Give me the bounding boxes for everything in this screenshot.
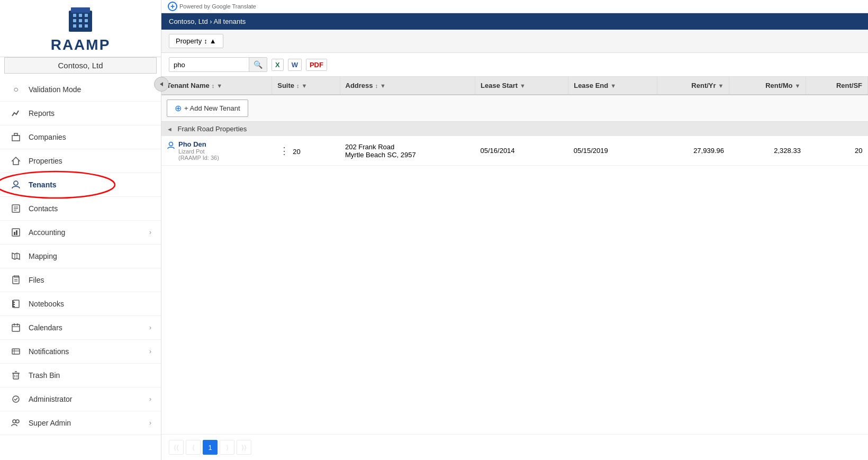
export-word-button[interactable]: W: [288, 59, 302, 71]
sidebar-item-trash-bin[interactable]: Trash Bin: [0, 364, 161, 387]
files-icon: [10, 274, 22, 286]
chevron-right-icon: ›: [149, 229, 151, 236]
address-line2: Myrtle Beach SC, 2957: [345, 151, 469, 159]
svg-point-14: [14, 181, 18, 185]
sidebar-item-properties[interactable]: Properties: [0, 149, 161, 173]
cell-suite: ⋮ 20: [272, 136, 340, 166]
filter-icon: ▼: [718, 83, 724, 89]
sidebar-item-super-admin[interactable]: Super Admin ›: [0, 411, 161, 435]
sidebar-item-tenants[interactable]: Tenants: [0, 173, 161, 197]
main-content: + Powered by Google Translate Contoso, L…: [161, 0, 868, 460]
col-lease-end[interactable]: Lease End ▼: [568, 77, 657, 95]
sort-icon: ↕: [296, 83, 300, 89]
search-bar: 🔍 X W PDF: [161, 53, 868, 77]
sidebar-item-companies[interactable]: Companies: [0, 125, 161, 149]
tenant-table: Tenant Name ↕ ▼ Suite ↕ ▼: [161, 77, 868, 166]
sidebar-item-label: Contacts: [29, 204, 151, 213]
add-icon: ⊕: [175, 103, 182, 113]
toolbar: Property ↕ ▲: [161, 30, 868, 53]
pagination-prev-button[interactable]: ⟨: [186, 440, 201, 455]
sidebar-item-accounting[interactable]: Accounting ›: [0, 221, 161, 245]
col-address[interactable]: Address ↕ ▼: [340, 77, 475, 95]
sidebar-item-label: Calendars: [29, 323, 149, 332]
col-rent-mo[interactable]: Rent/Mo ▼: [729, 77, 806, 95]
address-line1: 202 Frank Road: [345, 143, 469, 151]
pagination-next-button[interactable]: ⟩: [220, 440, 234, 455]
filter-icon: ▼: [794, 83, 800, 89]
svg-rect-8: [73, 24, 76, 28]
sidebar-item-notifications[interactable]: Notifications ›: [0, 340, 161, 364]
property-sort-button[interactable]: Property ↕ ▲: [169, 34, 223, 48]
sidebar-logo: RAAMP: [0, 0, 161, 57]
sidebar-item-label: Properties: [29, 157, 151, 165]
col-tenant-name[interactable]: Tenant Name ↕ ▼: [161, 77, 272, 95]
pagination-page-1-button[interactable]: 1: [203, 440, 218, 455]
circle-icon: ○: [10, 83, 22, 96]
sidebar-item-calendars[interactable]: Calendars ›: [0, 316, 161, 340]
sidebar-collapse-button[interactable]: [154, 77, 169, 92]
group-toggle-icon[interactable]: ◄: [167, 126, 173, 132]
svg-point-48: [13, 420, 16, 423]
tenant-person-icon: [167, 141, 175, 151]
sidebar-item-label: Files: [29, 276, 151, 284]
dots-menu[interactable]: ⋮: [277, 146, 291, 156]
add-tenant-row: ⊕ + Add New Tenant: [161, 95, 868, 122]
col-lease-start[interactable]: Lease Start ▼: [475, 77, 568, 95]
tenant-name-sub: Lizard Pot: [178, 148, 219, 155]
cell-rent-mo: 2,328.33: [729, 136, 806, 166]
filter-icon: ▼: [610, 83, 616, 89]
tenant-table-container: Tenant Name ↕ ▼ Suite ↕ ▼: [161, 77, 868, 434]
svg-point-49: [16, 420, 19, 423]
sidebar-item-notebooks[interactable]: Notebooks: [0, 292, 161, 316]
sidebar-item-label: Notifications: [29, 347, 149, 356]
search-icon: 🔍: [254, 60, 263, 69]
sidebar-item-label: Trash Bin: [29, 371, 151, 380]
svg-rect-4: [85, 14, 88, 17]
svg-rect-35: [12, 324, 20, 331]
cell-rent-yr: 27,939.96: [657, 136, 729, 166]
breadcrumb: Contoso, Ltd › All tenants: [161, 13, 868, 30]
sidebar-item-label: Tenants: [29, 181, 151, 189]
export-excel-button[interactable]: X: [272, 59, 284, 71]
cell-tenant-name: Pho Den Lizard Pot (RAAMP Id: 36): [161, 136, 272, 166]
sidebar-item-mapping[interactable]: Mapping: [0, 245, 161, 268]
sidebar-item-contacts[interactable]: Contacts: [0, 197, 161, 221]
pagination-first-button[interactable]: ⟨⟨: [169, 440, 184, 455]
search-input[interactable]: [169, 58, 249, 71]
export-pdf-button[interactable]: PDF: [306, 59, 327, 71]
sidebar-item-label: Mapping: [29, 252, 151, 260]
sidebar-item-files[interactable]: Files: [0, 268, 161, 292]
tenants-icon: [10, 178, 22, 191]
notifications-icon: [10, 345, 22, 358]
property-label: Property: [176, 37, 202, 45]
company-name[interactable]: Contoso, Ltd: [4, 57, 157, 74]
add-tenant-button[interactable]: ⊕ + Add New Tenant: [167, 100, 248, 117]
svg-point-50: [169, 142, 173, 146]
svg-rect-21: [14, 232, 15, 235]
col-rent-yr[interactable]: Rent/Yr ▼: [657, 77, 729, 95]
svg-marker-23: [12, 253, 20, 259]
sidebar-item-administrator[interactable]: Administrator ›: [0, 387, 161, 411]
filter-icon: ▼: [380, 83, 386, 89]
filter-icon: ▼: [216, 83, 222, 89]
search-button[interactable]: 🔍: [249, 58, 267, 71]
pagination-last-button[interactable]: ⟩⟩: [237, 440, 251, 455]
calendars-icon: [10, 321, 22, 334]
sidebar-item-reports[interactable]: Reports: [0, 102, 161, 125]
sidebar-item-label: Validation Mode: [29, 85, 151, 94]
svg-rect-11: [12, 136, 20, 141]
cell-lease-start: 05/16/2014: [475, 136, 568, 166]
translate-plus-icon[interactable]: +: [168, 2, 177, 11]
sidebar-item-label: Companies: [29, 133, 151, 141]
chevron-right-icon: ›: [149, 395, 151, 403]
reports-icon: [10, 107, 22, 120]
svg-rect-9: [79, 24, 82, 28]
svg-marker-13: [12, 157, 20, 165]
chevron-right-icon: ›: [149, 419, 151, 427]
sidebar-item-validation-mode[interactable]: ○ Validation Mode: [0, 78, 161, 102]
breadcrumb-text: Contoso, Ltd › All tenants: [169, 17, 246, 25]
col-rent-sf[interactable]: Rent/SF: [806, 77, 868, 95]
svg-rect-39: [12, 349, 20, 354]
svg-rect-1: [71, 7, 90, 13]
col-suite[interactable]: Suite ↕ ▼: [272, 77, 340, 95]
